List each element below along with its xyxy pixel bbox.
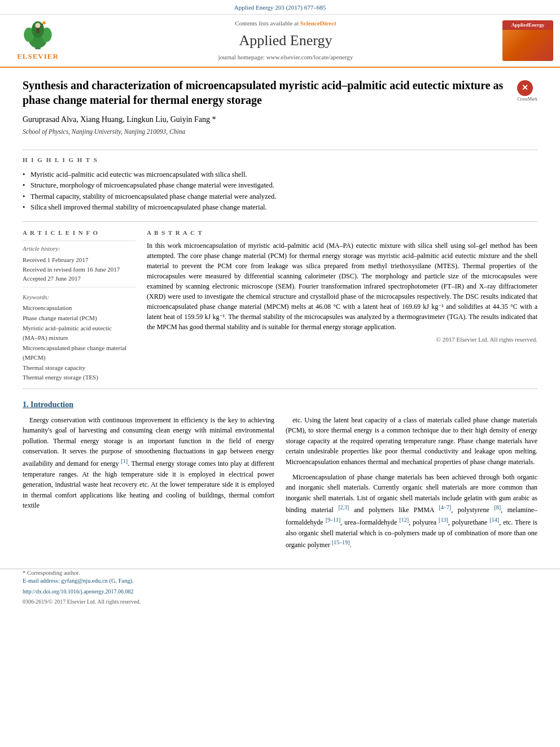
journal-homepage: journal homepage: www.elsevier.com/locat… [75, 53, 497, 62]
ref-12-link[interactable]: [12] [399, 517, 409, 523]
sciencedirect-line: Contents lists available at ScienceDirec… [75, 19, 497, 28]
intro-para-2: etc. Using the latent heat capacity of a… [286, 415, 537, 468]
abstract-heading: A B S T R A C T [147, 229, 537, 237]
copyright: © 2017 Elsevier Ltd. All rights reserved… [147, 335, 537, 344]
info-divider-1 [23, 241, 135, 241]
journal-reference: Applied Energy 203 (2017) 677–685 [234, 4, 326, 11]
top-ref-bar: Applied Energy 203 (2017) 677–685 [0, 0, 560, 15]
article-title: Synthesis and characterization of microe… [23, 78, 511, 107]
footer-doi: http://dx.doi.org/10.1016/j.apenergy.201… [23, 588, 537, 596]
keywords-label: Keywords: [23, 293, 135, 302]
sciencedirect-brand: ScienceDirect [300, 20, 336, 27]
ae-logo-bottom [502, 30, 553, 61]
svg-point-5 [35, 23, 40, 28]
elsevier-label: ELSEVIER [17, 51, 59, 62]
ref-4-7-link[interactable]: [4–7] [439, 504, 451, 510]
article-info-col: A R T I C L E I N F O Article history: R… [23, 229, 135, 383]
applied-energy-logo: AppliedEnergy [502, 20, 553, 61]
history-label: Article history: [23, 244, 135, 253]
journal-center: Contents lists available at ScienceDirec… [75, 19, 497, 62]
ref-14-link[interactable]: [14] [489, 517, 499, 523]
intro-para-1: Energy conservation with continuous impr… [23, 415, 274, 511]
highlights-section: H I G H L I G H T S Myristic acid–palmit… [23, 156, 537, 213]
keyword-0: Microencapsulation [23, 303, 135, 313]
keyword-5: (MPCM) [23, 353, 135, 363]
ref-15-19-link[interactable]: [15–19] [332, 539, 350, 545]
history-accepted: Accepted 27 June 2017 [23, 274, 135, 283]
abstract-col: A B S T R A C T In this work microencaps… [147, 229, 537, 383]
ref-1-link[interactable]: [1] [121, 458, 128, 464]
elsevier-tree-icon [12, 19, 63, 50]
ref-8-link[interactable]: [8] [494, 504, 501, 510]
title-row: Synthesis and characterization of microe… [23, 78, 537, 145]
highlight-item: Myristic acid–palmitic acid eutectic was… [23, 169, 537, 181]
highlight-item: Structure, morphology of microencapsulat… [23, 180, 537, 191]
keyword-3: (MA–PA) mixture [23, 333, 135, 343]
divider-after-affiliation [23, 150, 537, 150]
divider-after-abstract [23, 388, 537, 389]
keyword-4: Microencapsulated phase change material [23, 343, 135, 353]
ref-9-11-link[interactable]: [9–11] [326, 517, 340, 523]
authors: Guruprasad Alva, Xiang Huang, Lingkun Li… [23, 114, 511, 125]
highlight-item: Silica shell improved thermal stability … [23, 202, 537, 213]
highlight-item: Thermal capacity, stability of microenca… [23, 191, 537, 203]
svg-point-8 [42, 21, 46, 25]
introduction-heading: 1. Introduction [23, 399, 537, 410]
affiliation: School of Physics, Nanjing University, N… [23, 127, 511, 136]
elsevier-logo-area: ELSEVIER [7, 19, 69, 62]
keyword-6: Thermal storage capacity [23, 363, 135, 373]
intro-col-left: Energy conservation with continuous impr… [23, 415, 274, 555]
highlights-list: Myristic acid–palmitic acid eutectic was… [23, 169, 537, 213]
journal-header: ELSEVIER Contents lists available at Sci… [0, 15, 560, 67]
page-footer: * Corresponding author. E-mail address: … [0, 569, 560, 611]
introduction-section: 1. Introduction Energy conservation with… [23, 399, 537, 555]
journal-title-main: Applied Energy [75, 30, 497, 51]
main-content: Synthesis and characterization of microe… [0, 68, 560, 561]
highlights-heading: H I G H L I G H T S [23, 156, 537, 164]
crossmark: ✕ CrossMark [517, 80, 537, 102]
footer-email-label: E-mail address: gyfang@nju.edu.cn (G. Fa… [23, 578, 134, 584]
history-received: Received 1 February 2017 [23, 255, 135, 265]
keyword-1: Phase change material (PCM) [23, 313, 135, 324]
ref-2-3-link[interactable]: [2,3] [338, 504, 349, 510]
ref-13-link[interactable]: [13] [439, 517, 448, 523]
keyword-7: Thermal energy storage (TES) [23, 373, 135, 383]
history-revised: Received in revised form 16 June 2017 [23, 265, 135, 274]
crossmark-label: CrossMark [517, 96, 537, 102]
footer-correspondence: * Corresponding author. E-mail address: … [23, 569, 537, 586]
crossmark-circle: ✕ [517, 80, 533, 96]
info-divider-2 [23, 287, 135, 287]
keyword-2: Myristic acid–palmitic acid eutectic [23, 324, 135, 334]
info-abstract-row: A R T I C L E I N F O Article history: R… [23, 229, 537, 383]
abstract-text: In this work microencapsulation of myris… [147, 241, 537, 332]
footer-issn: 0306-2619/© 2017 Elsevier Ltd. All right… [23, 598, 537, 606]
intro-col-right: etc. Using the latent heat capacity of a… [286, 415, 537, 555]
body-two-col: Energy conservation with continuous impr… [23, 415, 537, 555]
intro-para-3: Microencapsulation of phase change mater… [286, 472, 537, 551]
svg-rect-6 [36, 28, 40, 33]
page-container: Applied Energy 203 (2017) 677–685 ELSEVI… [0, 0, 560, 611]
ae-logo-top-label: AppliedEnergy [502, 20, 553, 30]
article-info-heading: A R T I C L E I N F O [23, 229, 135, 237]
divider-after-highlights [23, 221, 537, 222]
